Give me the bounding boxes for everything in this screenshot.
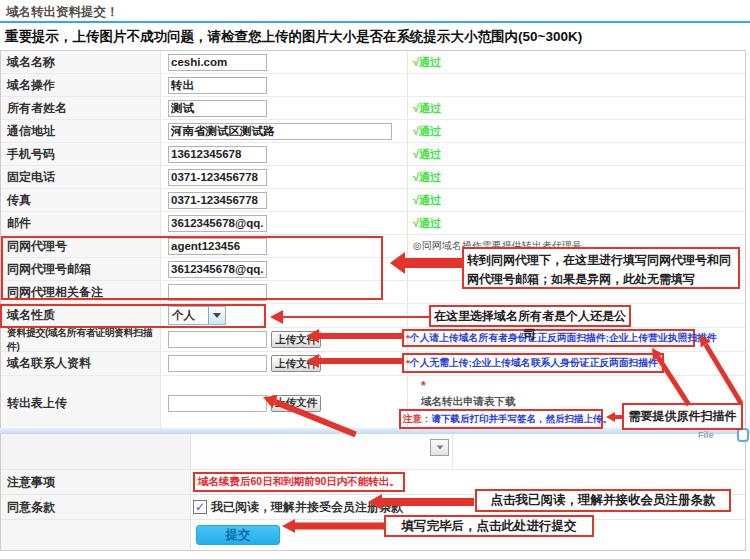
form-row: 手机号码√通过: [1, 143, 745, 166]
arrow-nature: [270, 310, 430, 324]
form-row: 固定电话√通过: [1, 166, 745, 189]
label-cell: 资料提交(域名所有者证明资料扫描件): [1, 328, 161, 351]
field-label: 域名联系人资料: [7, 355, 91, 372]
form-row: 邮件√通过: [1, 212, 745, 235]
status-cell: √通过: [408, 120, 745, 142]
empty-label-cell: [1, 434, 191, 469]
empty-row: [1, 434, 745, 470]
dropdown-arrow-button[interactable]: [430, 439, 449, 456]
arrow-note: [606, 412, 623, 422]
sign-scan-note: 注意：请下载后打印并手写签名，然后扫描上传。: [399, 409, 603, 429]
annotation-submit-tip: 填写完毕后，点击此处进行提交: [384, 515, 594, 537]
arrow-upload-contact: [306, 354, 402, 368]
label-cell: 转出表上传: [1, 376, 161, 430]
pass-status: √通过: [413, 124, 441, 139]
input-cell: [161, 51, 408, 73]
note-prefix: 注意：: [403, 413, 432, 424]
status-cell: √通过: [408, 212, 745, 234]
pass-status: √通过: [413, 170, 441, 185]
form-row: 传真√通过: [1, 189, 745, 212]
field-label: 邮件: [7, 215, 31, 232]
field-input[interactable]: [168, 169, 267, 186]
owner-id-hint: *个人请上传域名所有者身份证正反两面扫描件;企业上传营业执照扫描件: [402, 329, 695, 347]
pass-status: √通过: [413, 193, 441, 208]
arrow-agree: [368, 494, 474, 510]
field-label: 通信地址: [7, 123, 55, 140]
input-cell: [161, 212, 408, 234]
form-row: 域名名称√通过: [1, 51, 745, 74]
status-cell: √通过: [408, 51, 745, 73]
label-cell: 所有者姓名: [1, 97, 161, 119]
pass-status: √通过: [413, 55, 441, 70]
check-icon: ✓: [195, 502, 205, 512]
input-cell: [161, 166, 408, 188]
submit-button[interactable]: 提交: [196, 525, 280, 545]
field-label: 转出表上传: [7, 395, 67, 412]
status-cell: √通过: [408, 143, 745, 165]
agree-checkbox[interactable]: ✓: [193, 500, 207, 514]
field-label: 资料提交(域名所有者证明资料扫描件): [7, 326, 160, 354]
notes-label: 注意事项: [7, 474, 55, 491]
field-input[interactable]: [168, 77, 267, 94]
annotation-nature-tip: 在这里选择域名所有者是个人还是公司: [429, 305, 631, 327]
label-cell: 通信地址: [1, 120, 161, 142]
field-input[interactable]: [168, 215, 267, 232]
pass-status: √通过: [413, 216, 441, 231]
form-row: 域名操作: [1, 74, 745, 97]
field-input[interactable]: [168, 146, 267, 163]
notes-warning: 域名续费后60日和到期前90日内不能转出。: [193, 472, 405, 492]
field-label: 所有者姓名: [7, 100, 67, 117]
page-title: 域名转出资料提交！: [6, 4, 119, 21]
agree-label: 同意条款: [7, 499, 55, 516]
chevron-down-icon: [436, 446, 442, 450]
annotation-agree-tip: 点击我已阅读，理解并接收会员注册条款: [475, 489, 731, 512]
field-input[interactable]: [168, 355, 267, 372]
pass-status: √通过: [413, 147, 441, 162]
label-cell: 域名联系人资料: [1, 352, 161, 375]
nature-row-highlight-box: [0, 304, 266, 328]
required-star: *: [413, 379, 745, 392]
file-input-fragment: File: [698, 430, 714, 440]
submit-label-cell: [1, 520, 191, 550]
field-input[interactable]: [168, 395, 267, 412]
page: 域名转出资料提交！ 重要提示，上传图片不成功问题，请检查您上传的图片大小是否在系…: [0, 0, 750, 559]
status-cell: √通过: [408, 97, 745, 119]
status-cell: √通过: [408, 166, 745, 188]
contact-id-hint: *个人无需上传;企业上传域名联系人身份证正反两面扫描件: [402, 353, 664, 373]
label-cell: 域名名称: [1, 51, 161, 73]
input-cell: [161, 189, 408, 211]
input-cell: [161, 74, 408, 96]
form-row: 所有者姓名√通过: [1, 97, 745, 120]
field-label: 传真: [7, 192, 31, 209]
sign-scan-note-text: 请下载后打印并手写签名，然后扫描上传。: [432, 413, 613, 424]
header-divider: [0, 21, 750, 23]
field-label: 手机号码: [7, 146, 55, 163]
pass-status: √通过: [413, 101, 441, 116]
label-cell: 固定电话: [1, 166, 161, 188]
contact-id-hint-text: 个人无需上传;企业上传域名联系人身份证正反两面扫描件: [410, 357, 658, 368]
input-cell: [161, 97, 408, 119]
form-row: 通信地址√通过: [1, 120, 745, 143]
label-cell: 传真: [1, 189, 161, 211]
agent-rows-highlight-box: [1, 236, 383, 300]
owner-id-hint-text: 个人请上传域名所有者身份证正反两面扫描件;企业上传营业执照扫描件: [410, 332, 717, 343]
field-input[interactable]: [168, 192, 267, 209]
field-input[interactable]: [168, 331, 267, 348]
annotation-agent-tip: 转到同网代理下，在这里进行填写同网代理号和同网代理号邮箱；如果是异网，此处无需填…: [462, 247, 740, 289]
label-cell: 手机号码: [1, 143, 161, 165]
status-cell: [408, 74, 745, 96]
arrow-submit: [282, 519, 384, 533]
field-label: 固定电话: [7, 169, 55, 186]
input-cell: [161, 120, 408, 142]
cutoff-widget-fragment: [737, 428, 749, 442]
field-label: 域名操作: [7, 77, 55, 94]
field-label: 域名名称: [7, 54, 55, 71]
field-input[interactable]: [168, 123, 392, 140]
field-input[interactable]: [168, 54, 267, 71]
status-cell: √通过: [408, 189, 745, 211]
field-input[interactable]: [168, 100, 267, 117]
label-cell: 邮件: [1, 212, 161, 234]
input-cell: [161, 143, 408, 165]
important-notice: 重要提示，上传图片不成功问题，请检查您上传的图片大小是否在系统提示大小范围内(5…: [5, 28, 582, 46]
empty-mid-cell: [191, 434, 453, 469]
